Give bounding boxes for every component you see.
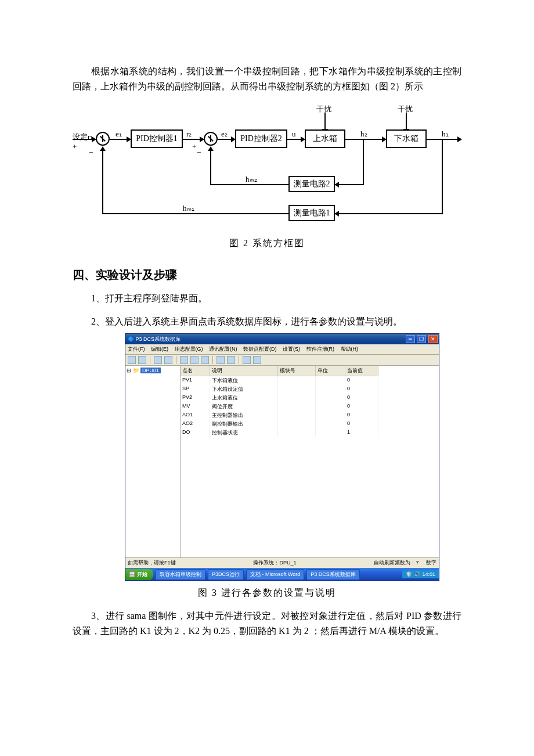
- minus-1: −: [89, 148, 93, 157]
- upper-tank-block: 上水箱: [305, 129, 345, 148]
- table-row[interactable]: AO2副控制器输出0: [181, 420, 439, 429]
- toolbar-separator: [239, 356, 239, 364]
- col-value[interactable]: 当前值: [345, 366, 378, 376]
- h1-label: h₁: [442, 129, 449, 139]
- toolbar-icon[interactable]: [217, 356, 225, 364]
- arrow-h2: [345, 139, 386, 140]
- plus-1: +: [73, 142, 77, 152]
- taskbar-item[interactable]: P3 DCS系统数据库: [306, 569, 360, 580]
- toolbar-icon[interactable]: [227, 356, 235, 364]
- toolbar-icon[interactable]: [201, 356, 209, 364]
- summing-junction-1: [96, 132, 110, 146]
- fb2-line: [211, 184, 288, 185]
- figure-3-screenshot: 🔷 P3 DCS系统数据库 ━ ❐ ✕ 文件(F) 编辑(E) 组态配置(G) …: [125, 333, 461, 581]
- maximize-button[interactable]: ❐: [417, 335, 426, 343]
- toolbar-separator: [212, 356, 213, 364]
- tree-root-node[interactable]: DPU01: [140, 368, 161, 373]
- menu-setting[interactable]: 设置(S): [283, 346, 300, 352]
- tray-clock[interactable]: 14:01: [422, 571, 435, 577]
- table-row[interactable]: SP下水箱设定值0: [181, 385, 439, 394]
- close-button[interactable]: ✕: [428, 335, 438, 343]
- e2-label: e₂: [221, 129, 228, 139]
- meas1-block: 测量电路1: [288, 205, 335, 221]
- figure-2-diagram: 干扰 干扰 设定r₁ + − e₁ PID控制器1 r₂ + − e₂ PID控…: [73, 104, 461, 232]
- plus-2: +: [192, 142, 196, 152]
- title-bar[interactable]: 🔷 P3 DCS系统数据库 ━ ❐ ✕: [125, 334, 439, 344]
- col-desc[interactable]: 说明: [210, 366, 278, 376]
- col-name[interactable]: 点名: [181, 366, 210, 376]
- toolbar-icon[interactable]: [128, 356, 136, 364]
- fb2-into-meas: [335, 184, 364, 185]
- arrow-out: [427, 139, 461, 140]
- toolbar-icon[interactable]: [180, 356, 188, 364]
- toolbar-icon[interactable]: [154, 356, 162, 364]
- table-row[interactable]: AO1主控制器输出0: [181, 411, 439, 420]
- tree-pane[interactable]: ⊟ 📁 DPU01: [125, 366, 181, 557]
- fb1-line: [103, 213, 288, 214]
- arrow-e2: [218, 139, 235, 140]
- e1-label: e₁: [116, 129, 122, 139]
- fb2-up: [210, 147, 211, 185]
- pid2-block: PID控制器2: [235, 129, 287, 148]
- menu-edit[interactable]: 编辑(E): [151, 346, 168, 352]
- taskbar[interactable]: 🪟 开始 双容水箱串级控制 P3DCS运行 文档 - Microsoft Wor…: [125, 568, 439, 581]
- menu-bar[interactable]: 文件(F) 编辑(E) 组态配置(G) 通讯配置(N) 数据点配置(D) 设置(…: [125, 344, 439, 355]
- table-row[interactable]: DO控制器状态1: [181, 429, 439, 437]
- menu-config[interactable]: 组态配置(G): [175, 346, 203, 352]
- fb2-tap: [363, 140, 364, 185]
- table-row[interactable]: MV阀位开度0: [181, 402, 439, 411]
- data-grid[interactable]: 点名 说明 模块号 单位 当前值 PV1下水箱液位0SP下水箱设定值0PV2上水…: [181, 366, 439, 557]
- col-unit[interactable]: 单位: [316, 366, 345, 376]
- taskbar-item[interactable]: 双容水箱串级控制: [156, 569, 205, 580]
- taskbar-item[interactable]: P3DCS运行: [208, 569, 244, 580]
- tray-icon[interactable]: 🛡️: [406, 571, 412, 577]
- step-3: 3、进行 sama 图制作，对其中元件进行设定。对被控对象进行定值，然后对 PI…: [73, 609, 461, 638]
- summing-junction-2: [204, 132, 218, 146]
- table-row[interactable]: PV2上水箱液位0: [181, 394, 439, 402]
- status-mode: 数字: [426, 560, 436, 566]
- fb1-tap: [442, 140, 443, 214]
- setpoint-label: 设定r₁: [73, 132, 93, 142]
- pid1-block: PID控制器1: [131, 129, 183, 148]
- menu-help[interactable]: 帮助(H): [341, 346, 359, 352]
- menu-file[interactable]: 文件(F): [128, 346, 145, 352]
- arrow-u: [287, 139, 305, 140]
- menu-comm[interactable]: 通讯配置(N): [209, 346, 237, 352]
- toolbar-separator: [176, 356, 176, 364]
- minimize-button[interactable]: ━: [406, 335, 415, 343]
- step-2: 2、登入后进入系统主界面点击系统数据库图标，进行各参数的设置与说明。: [73, 314, 461, 329]
- arrow-r2: [183, 139, 204, 140]
- meas2-block: 测量电路2: [288, 176, 335, 192]
- lower-tank-block: 下水箱: [386, 129, 427, 148]
- step-1: 1、打开主程序到登陆界面。: [73, 291, 461, 306]
- toolbar-icon[interactable]: [138, 356, 146, 364]
- toolbar-icon[interactable]: [253, 356, 261, 364]
- window-title: 🔷 P3 DCS系统数据库: [128, 336, 181, 343]
- tray-icon[interactable]: 🔊: [414, 571, 420, 577]
- status-bar: 如需帮助，请按F1键 操作系统：DPU_1 自动刷新频数为：7 数字: [125, 557, 439, 568]
- hm2-label: hₘ₂: [246, 175, 257, 184]
- toolbar-icon[interactable]: [243, 356, 251, 364]
- system-tray[interactable]: 🛡️ 🔊 14:01: [402, 570, 439, 578]
- grid-header: 点名 说明 模块号 单位 当前值: [181, 366, 439, 376]
- minus-2: −: [197, 148, 201, 157]
- fb1-into-meas: [335, 213, 443, 214]
- r2-label: r₂: [186, 129, 192, 139]
- section-4-heading: 四、实验设计及步骤: [73, 267, 461, 283]
- menu-reg[interactable]: 软件注册(R): [306, 346, 335, 352]
- table-row[interactable]: PV1下水箱液位0: [181, 376, 439, 385]
- col-mod[interactable]: 模块号: [278, 366, 316, 376]
- start-button[interactable]: 🪟 开始: [125, 569, 153, 580]
- toolbar-icon[interactable]: [164, 356, 172, 364]
- status-help: 如需帮助，请按F1键: [128, 559, 176, 567]
- h2-label: h₂: [360, 129, 367, 139]
- figure-2-caption: 图 2 系统方框图: [73, 237, 461, 250]
- taskbar-item[interactable]: 文档 - Microsoft Word: [246, 569, 304, 580]
- intro-paragraph: 根据水箱系统的结构，我们设置一个串级控制回路，把下水箱作为串级控制系统的主控制回…: [73, 64, 461, 93]
- menu-point[interactable]: 数据点配置(D): [243, 346, 277, 352]
- disturbance-label-2: 干扰: [398, 104, 413, 114]
- figure-3-caption: 图 3 进行各参数的设置与说明: [73, 587, 461, 599]
- toolbar-icon[interactable]: [190, 356, 199, 364]
- arrow-e1: [110, 139, 131, 140]
- status-system: 操作系统：DPU_1: [253, 559, 296, 567]
